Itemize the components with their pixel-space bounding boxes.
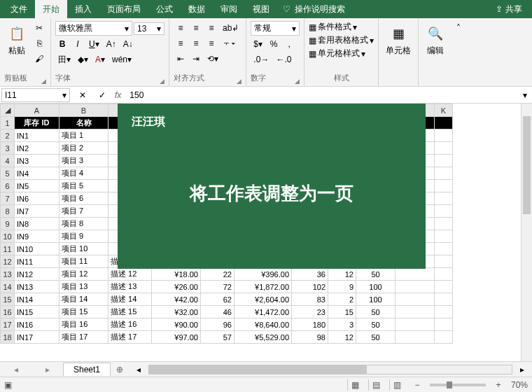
- scroll-right-button[interactable]: ▸: [515, 363, 529, 377]
- cell[interactable]: ¥26.00: [152, 281, 201, 293]
- cell[interactable]: [396, 318, 435, 331]
- cell[interactable]: 50: [356, 268, 396, 281]
- percent-button[interactable]: %: [267, 37, 281, 51]
- menu-view[interactable]: 视图: [245, 0, 277, 19]
- cell[interactable]: 23: [292, 306, 328, 318]
- cut-button[interactable]: ✂: [32, 21, 46, 35]
- cell[interactable]: 项目 9: [59, 230, 108, 243]
- cell[interactable]: 100: [356, 281, 396, 293]
- col-header-K[interactable]: K: [435, 104, 453, 117]
- row-header[interactable]: 1: [1, 117, 15, 130]
- cell[interactable]: 名称: [59, 117, 108, 130]
- cell[interactable]: ¥396.00: [234, 268, 292, 281]
- row-header[interactable]: 16: [1, 306, 15, 318]
- format-painter-button[interactable]: 🖌: [32, 52, 46, 66]
- cell[interactable]: 项目 15: [59, 306, 108, 318]
- vertical-scrollbar[interactable]: [521, 104, 532, 361]
- number-launcher[interactable]: ◢: [295, 78, 300, 85]
- cell[interactable]: IN12: [15, 268, 59, 281]
- cell[interactable]: 项目 11: [59, 255, 108, 268]
- cell[interactable]: IN1: [15, 130, 59, 142]
- menu-home[interactable]: 开始: [35, 0, 67, 19]
- cell[interactable]: 180: [292, 318, 328, 331]
- cell[interactable]: 库存 ID: [15, 117, 59, 130]
- paste-button[interactable]: 📋 粘贴: [4, 21, 29, 59]
- decrease-indent-button[interactable]: ⇤: [174, 52, 188, 66]
- cell[interactable]: 项目 5: [59, 180, 108, 192]
- cell[interactable]: [435, 155, 453, 167]
- font-size-dropdown[interactable]: 13▾: [134, 22, 164, 35]
- cell[interactable]: IN15: [15, 306, 59, 318]
- cell[interactable]: 102: [292, 281, 328, 293]
- align-center-button[interactable]: ≡: [189, 36, 203, 50]
- zoom-value[interactable]: 70%: [511, 380, 528, 390]
- row-header[interactable]: 13: [1, 268, 15, 281]
- orientation-button[interactable]: ⟲▾: [204, 52, 221, 66]
- increase-indent-button[interactable]: ⇥: [189, 52, 203, 66]
- ribbon-collapse-button[interactable]: ˄: [451, 21, 465, 35]
- cell[interactable]: 项目 16: [59, 318, 108, 331]
- cell[interactable]: 描述 17: [108, 331, 152, 344]
- cell[interactable]: ¥1,872.00: [234, 281, 292, 293]
- align-left-button[interactable]: ≡: [174, 36, 188, 50]
- worksheet-grid[interactable]: ◢ABCDEFGHIJK1库存 ID名称续订数量2IN1项目 1503IN2项目…: [0, 104, 532, 361]
- cell[interactable]: IN7: [15, 205, 59, 218]
- col-header-B[interactable]: B: [59, 104, 108, 117]
- cell[interactable]: ¥1,472.00: [234, 306, 292, 318]
- vertical-scroll-thumb[interactable]: [523, 116, 531, 214]
- align-middle-button[interactable]: ≡: [189, 21, 203, 35]
- cell[interactable]: 项目 12: [59, 268, 108, 281]
- cell[interactable]: 项目 4: [59, 167, 108, 180]
- zoom-slider[interactable]: [430, 384, 486, 386]
- cell[interactable]: IN11: [15, 255, 59, 268]
- align-right-button[interactable]: ≡: [204, 36, 218, 50]
- row-header[interactable]: 5: [1, 167, 15, 180]
- row-header[interactable]: 15: [1, 293, 15, 306]
- zoom-out-button[interactable]: −: [410, 378, 424, 392]
- cell[interactable]: ¥42.00: [152, 293, 201, 306]
- cell[interactable]: ¥90.00: [152, 318, 201, 331]
- cell[interactable]: 项目 6: [59, 192, 108, 205]
- cell[interactable]: [396, 268, 435, 281]
- formula-input[interactable]: 150: [125, 89, 518, 102]
- cell[interactable]: 项目 1: [59, 130, 108, 142]
- cell[interactable]: ¥32.00: [152, 306, 201, 318]
- menu-review[interactable]: 审阅: [213, 0, 245, 19]
- decrease-decimal-button[interactable]: ←.0: [273, 52, 294, 66]
- row-header[interactable]: 18: [1, 331, 15, 344]
- tab-nav[interactable]: ◂▸: [0, 365, 63, 374]
- cell[interactable]: [435, 167, 453, 180]
- new-sheet-button[interactable]: ⊕: [111, 363, 129, 376]
- cell[interactable]: [435, 281, 453, 293]
- cell[interactable]: 50: [356, 331, 396, 344]
- cell[interactable]: [396, 293, 435, 306]
- cell[interactable]: 22: [201, 268, 234, 281]
- conditional-format-button[interactable]: ▦条件格式▾: [309, 21, 357, 33]
- menu-data[interactable]: 数据: [181, 0, 213, 19]
- cell[interactable]: 项目 17: [59, 331, 108, 344]
- name-box[interactable]: I11▾: [1, 88, 70, 102]
- clipboard-launcher[interactable]: ◢: [41, 78, 46, 85]
- record-macro-icon[interactable]: ▣: [4, 380, 12, 390]
- font-color-button[interactable]: A▾: [92, 52, 108, 66]
- font-launcher[interactable]: ◢: [160, 78, 164, 85]
- cell[interactable]: IN17: [15, 331, 59, 344]
- cell[interactable]: 100: [356, 293, 396, 306]
- cell[interactable]: IN8: [15, 218, 59, 230]
- expand-formula-button[interactable]: ▾: [518, 88, 532, 102]
- page-layout-view-button[interactable]: ▤: [368, 379, 384, 391]
- increase-decimal-button[interactable]: .0→: [251, 52, 272, 66]
- cell[interactable]: IN14: [15, 293, 59, 306]
- row-header[interactable]: 8: [1, 205, 15, 218]
- cell[interactable]: IN13: [15, 281, 59, 293]
- cell[interactable]: IN5: [15, 180, 59, 192]
- align-top-button[interactable]: ≡: [174, 21, 188, 35]
- cell[interactable]: IN10: [15, 243, 59, 255]
- cell[interactable]: [435, 142, 453, 155]
- cell[interactable]: [396, 306, 435, 318]
- cell[interactable]: [435, 192, 453, 205]
- scroll-left-button[interactable]: ◂: [132, 363, 146, 377]
- cell-styles-button[interactable]: ▦单元格样式▾: [309, 48, 365, 59]
- cell[interactable]: 83: [292, 293, 328, 306]
- cell[interactable]: 36: [292, 268, 328, 281]
